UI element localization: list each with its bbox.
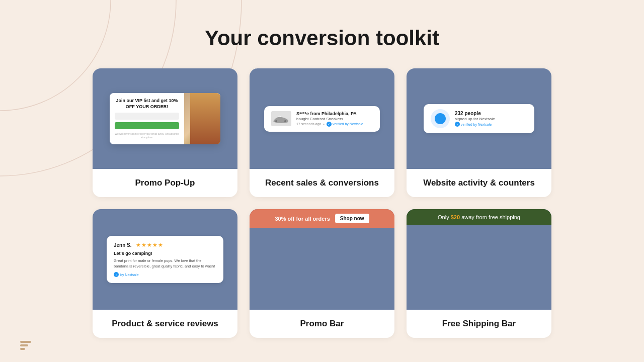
activity-label: Website activity & counters	[407, 169, 551, 197]
promo-product-grid	[313, 228, 331, 310]
shipping-amount: $20	[451, 214, 460, 220]
reviews-label: Product & service reviews	[93, 310, 237, 338]
review-check-icon: ✓	[114, 272, 119, 277]
popup-inner: Join our VIP list and get 10% OFF YOUR O…	[110, 93, 220, 144]
review-verified: ✓ by Nextsale	[114, 272, 216, 277]
shipping-prefix: Only	[438, 214, 451, 220]
logo-line-1	[20, 341, 31, 343]
card-promo-popup[interactable]: Join our VIP list and get 10% OFF YOUR O…	[93, 68, 237, 197]
promo-bar-text: 30% off for all orders	[275, 216, 330, 222]
card-free-shipping[interactable]: Only $20 away from free shipping Free Sh…	[407, 209, 551, 338]
activity-preview: 232 people signed up for Nextsale ✓ veri…	[407, 68, 551, 169]
promo-shop-button: Shop now	[335, 214, 369, 223]
reviews-preview: Jenn S. ★★★★★ Let's go camping! Great pr…	[93, 209, 237, 310]
shipping-suffix: away from free shipping	[460, 214, 520, 220]
verified-badge: ✓ verified by Nextsale	[327, 122, 363, 127]
activity-check-icon: ✓	[455, 122, 460, 127]
popup-fine-print: We will never spam or give your email aw…	[115, 132, 179, 139]
popup-get-code-button	[115, 122, 179, 129]
review-card: Jenn S. ★★★★★ Let's go camping! Great pr…	[107, 236, 223, 284]
card-product-reviews[interactable]: Jenn S. ★★★★★ Let's go camping! Great pr…	[93, 209, 237, 338]
page-title: Your conversion toolkit	[205, 26, 439, 50]
svg-point-5	[284, 120, 286, 122]
card-recent-sales[interactable]: S****e from Philadelphia, PA bought Cont…	[250, 68, 394, 197]
svg-point-4	[275, 120, 277, 122]
popup-image	[184, 93, 220, 144]
card-promo-bar[interactable]: 30% off for all orders Shop now Promo Ba…	[250, 209, 394, 338]
card-website-activity[interactable]: 232 people signed up for Nextsale ✓ veri…	[407, 68, 551, 197]
verified-text: verified by Nextsale	[333, 122, 363, 126]
popup-email-input	[115, 113, 179, 120]
sales-customer-name: S****e from Philadelphia, PA	[296, 111, 373, 116]
activity-desc: signed up for Nextsale	[455, 117, 495, 121]
popup-content: Join our VIP list and get 10% OFF YOUR O…	[110, 93, 184, 144]
reviewer-name: Jenn S.	[114, 242, 132, 248]
cards-grid: Join our VIP list and get 10% OFF YOUR O…	[93, 68, 551, 338]
sales-meta: 17 seconds ago • ✓ verified by Nextsale	[296, 122, 373, 127]
promo-bar-strip: 30% off for all orders Shop now	[250, 209, 394, 228]
review-header: Jenn S. ★★★★★	[114, 242, 216, 248]
promo-popup-preview: Join our VIP list and get 10% OFF YOUR O…	[93, 68, 237, 169]
sales-notification: S****e from Philadelphia, PA bought Cont…	[264, 106, 380, 132]
review-title: Let's go camping!	[114, 251, 216, 256]
activity-verified: ✓ verified by Nextsale	[455, 122, 495, 127]
logo-line-2	[20, 344, 28, 346]
avatar-dot	[435, 113, 446, 124]
popup-title: Join our VIP list and get 10% OFF YOUR O…	[115, 98, 179, 110]
logo-lines	[20, 341, 31, 350]
sales-dot: •	[323, 122, 324, 126]
promo-bar-label: Promo Bar	[250, 310, 394, 338]
activity-notification: 232 people signed up for Nextsale ✓ veri…	[424, 104, 534, 133]
sales-text: S****e from Philadelphia, PA bought Cont…	[296, 111, 373, 127]
shipping-bar-text: Only $20 away from free shipping	[438, 214, 520, 220]
activity-text: 232 people signed up for Nextsale ✓ veri…	[455, 111, 495, 127]
sales-time: 17 seconds ago	[296, 122, 321, 126]
review-body: Great print for male or female pups. We …	[114, 258, 216, 269]
recent-sales-preview: S****e from Philadelphia, PA bought Cont…	[250, 68, 394, 169]
check-circle-icon: ✓	[327, 122, 332, 127]
shipping-bar-strip: Only $20 away from free shipping	[407, 209, 551, 225]
sales-product: bought Contrast Sneakers	[296, 117, 373, 121]
activity-count: 232 people	[455, 111, 495, 116]
popup-figure	[190, 93, 220, 144]
shipping-product-grid	[470, 225, 488, 310]
review-verified-text: by Nextsale	[120, 273, 139, 277]
activity-avatar	[431, 109, 450, 128]
review-stars: ★★★★★	[136, 242, 164, 248]
shipping-bar-preview: Only $20 away from free shipping	[407, 209, 551, 310]
logo-line-3	[20, 348, 25, 350]
activity-verified-text: verified by Nextsale	[461, 123, 492, 126]
shoe-image	[271, 111, 291, 126]
promo-bar-preview: 30% off for all orders Shop now	[250, 209, 394, 310]
shipping-bar-label: Free Shipping Bar	[407, 310, 551, 338]
recent-sales-label: Recent sales & conversions	[250, 169, 394, 197]
promo-popup-label: Promo Pop-Up	[93, 169, 237, 197]
brand-logo	[20, 341, 31, 350]
